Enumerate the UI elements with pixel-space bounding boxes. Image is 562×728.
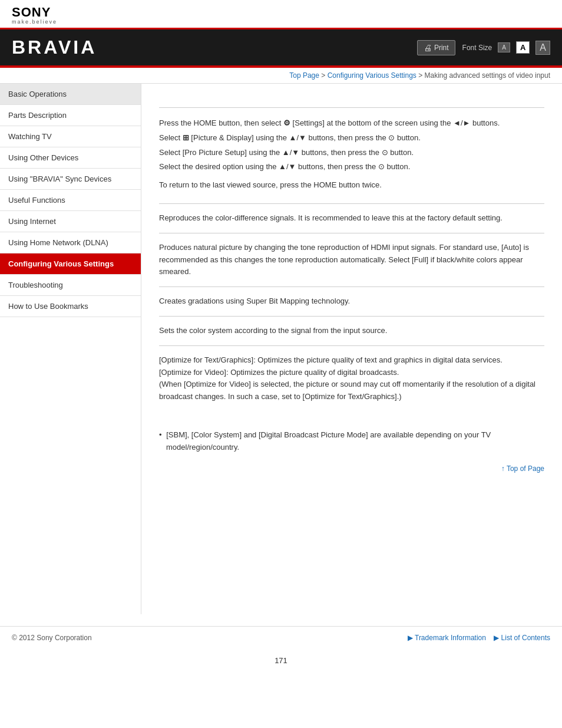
page-footer: © 2012 Sony Corporation ▶ Trademark Info…	[0, 626, 562, 649]
sidebar-item-bravia-sync[interactable]: Using "BRAVIA" Sync Devices	[0, 169, 141, 190]
copyright-text: © 2012 Sony Corporation	[12, 634, 92, 642]
section-color-difference: Reproduces the color-difference signals.…	[159, 203, 544, 233]
print-label: Print	[434, 44, 449, 52]
breadcrumb-top-page[interactable]: Top Page	[289, 71, 319, 80]
content-area: Press the HOME button, then select ⚙ [Se…	[141, 84, 562, 614]
step-3: Select [Pro Picture Setup] using the ▲/▼…	[159, 147, 544, 159]
print-icon: 🖨	[424, 43, 432, 52]
section-digital-broadcast: [Optimize for Text/Graphics]: Optimizes …	[159, 345, 544, 411]
section4-text: Sets the color system according to the s…	[159, 325, 544, 337]
font-size-label: Font Size	[462, 44, 492, 52]
trademark-link[interactable]: ▶ Trademark Information	[408, 634, 486, 642]
breadcrumb-current: Making advanced settings of video input	[425, 71, 550, 80]
font-large-button[interactable]: A	[535, 41, 550, 55]
breadcrumb-sep1: >	[321, 71, 327, 80]
section5-line3: (When [Optimize for Video] is selected, …	[159, 378, 544, 403]
sidebar: Basic Operations Parts Description Watch…	[0, 84, 141, 614]
bravia-title: BRAVIA	[12, 37, 97, 58]
note-text: [SBM], [Color System] and [Digital Broad…	[166, 430, 491, 452]
sidebar-item-bookmarks[interactable]: How to Use Bookmarks	[0, 296, 141, 317]
sidebar-item-using-other-devices[interactable]: Using Other Devices	[0, 147, 141, 169]
page-number: 171	[0, 649, 562, 672]
sidebar-item-configuring-settings[interactable]: Configuring Various Settings	[0, 253, 141, 275]
font-medium-button[interactable]: A	[516, 41, 530, 54]
main-layout: Basic Operations Parts Description Watch…	[0, 84, 562, 614]
sidebar-item-basic-operations[interactable]: Basic Operations	[0, 84, 141, 105]
section-sbm: Creates gradations using Super Bit Mappi…	[159, 286, 544, 316]
breadcrumb: Top Page > Configuring Various Settings …	[0, 68, 562, 84]
section5-line1: [Optimize for Text/Graphics]: Optimizes …	[159, 354, 544, 367]
sidebar-item-useful-functions[interactable]: Useful Functions	[0, 190, 141, 211]
section1-text: Reproduces the color-difference signals.…	[159, 212, 544, 225]
section-color-system: Sets the color system according to the s…	[159, 316, 544, 345]
bullet-icon: •	[159, 430, 162, 439]
font-small-button[interactable]: A	[498, 42, 510, 52]
section-hdmi-tone: Produces natural picture by changing the…	[159, 233, 544, 286]
steps-section: Press the HOME button, then select ⚙ [Se…	[159, 107, 544, 203]
note-section: • [SBM], [Color System] and [Digital Bro…	[159, 417, 544, 460]
sidebar-item-using-internet[interactable]: Using Internet	[0, 211, 141, 232]
breadcrumb-sep2: >	[418, 71, 424, 80]
print-button[interactable]: 🖨 Print	[417, 40, 455, 55]
sidebar-item-troubleshooting[interactable]: Troubleshooting	[0, 275, 141, 296]
sidebar-item-watching-tv[interactable]: Watching TV	[0, 126, 141, 147]
step-1: Press the HOME button, then select ⚙ [Se…	[159, 117, 544, 130]
top-bar: SONY make.believe	[0, 0, 562, 29]
footer-links: ▶ Trademark Information ▶ List of Conten…	[402, 634, 550, 642]
contents-link[interactable]: ▶ List of Contents	[494, 634, 550, 642]
section3-text: Creates gradations using Super Bit Mappi…	[159, 295, 544, 308]
section2-text: Produces natural picture by changing the…	[159, 242, 544, 278]
sony-logo: SONY	[12, 6, 550, 19]
bravia-bar: BRAVIA 🖨 Print Font Size A A A	[0, 29, 562, 68]
bravia-controls: 🖨 Print Font Size A A A	[417, 40, 550, 55]
top-of-page-link[interactable]: ↑ Top of Page	[159, 460, 544, 477]
breadcrumb-configuring[interactable]: Configuring Various Settings	[328, 71, 416, 80]
sidebar-item-parts-description[interactable]: Parts Description	[0, 105, 141, 126]
step-2: Select ⊞ [Picture & Display] using the ▲…	[159, 132, 544, 144]
section5-line2: [Optimize for Video]: Optimizes the pict…	[159, 367, 544, 379]
step-4: Select the desired option using the ▲/▼ …	[159, 161, 544, 173]
note-item: • [SBM], [Color System] and [Digital Bro…	[159, 429, 544, 454]
return-note: To return to the last viewed source, pre…	[159, 179, 544, 192]
top-of-page-anchor[interactable]: ↑ Top of Page	[501, 465, 544, 473]
sidebar-item-home-network[interactable]: Using Home Network (DLNA)	[0, 232, 141, 253]
sony-tagline: make.believe	[12, 19, 550, 25]
